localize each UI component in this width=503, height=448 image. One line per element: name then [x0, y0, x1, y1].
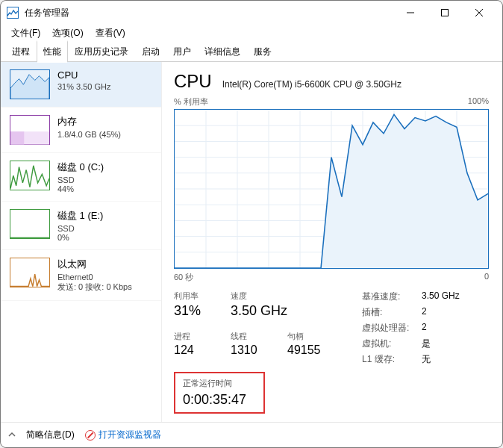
- disk0-thumb-icon: [10, 161, 50, 190]
- sidebar-item-ethernet[interactable]: 以太网 Ethernet0 发送: 0 接收: 0 Kbps: [1, 250, 161, 301]
- menu-view[interactable]: 查看(V): [91, 25, 130, 41]
- tab-processes[interactable]: 进程: [5, 41, 37, 62]
- sidebar-disk0-pct: 44%: [57, 184, 104, 193]
- chart-xmin: 0: [484, 272, 489, 283]
- brief-info-link[interactable]: 简略信息(D): [26, 429, 75, 441]
- main-title: CPU: [174, 71, 212, 92]
- main-subtitle: Intel(R) Core(TM) i5-6600K CPU @ 3.50GHz: [222, 79, 402, 90]
- stat-threads: 线程 1310: [231, 331, 287, 361]
- stats-right: 基准速度:3.50 GHz 插槽:2 虚拟处理器:2 虚拟机:是 L1 缓存:无: [362, 290, 474, 369]
- maximize-button[interactable]: [428, 1, 462, 25]
- menubar: 文件(F) 选项(O) 查看(V): [1, 25, 502, 41]
- stat-speed: 速度 3.50 GHz: [231, 290, 343, 323]
- sidebar-mem-name: 内存: [57, 115, 121, 128]
- sidebar-item-cpu[interactable]: CPU 31% 3.50 GHz: [1, 62, 161, 108]
- sidebar-disk1-type: SSD: [57, 224, 103, 233]
- tab-details[interactable]: 详细信息: [198, 41, 247, 62]
- tab-performance[interactable]: 性能: [37, 40, 68, 62]
- close-button[interactable]: [462, 1, 496, 25]
- uptime-box: 正常运行时间 0:00:35:47: [174, 372, 265, 414]
- minimize-button[interactable]: [393, 1, 428, 25]
- menu-options[interactable]: 选项(O): [48, 25, 87, 41]
- stats-row: 利用率 31% 速度 3.50 GHz 进程 124 线程 1310: [174, 290, 489, 369]
- main-panel: CPU Intel(R) Core(TM) i5-6600K CPU @ 3.5…: [162, 62, 502, 422]
- sidebar-item-memory[interactable]: 内存 1.8/4.0 GB (45%): [1, 108, 161, 153]
- chart-xlabel: 60 秒: [174, 272, 193, 283]
- stat-handles: 句柄 49155: [287, 331, 344, 361]
- tabbar: 进程 性能 应用历史记录 启动 用户 详细信息 服务: [1, 41, 502, 62]
- tab-apphistory[interactable]: 应用历史记录: [68, 41, 135, 62]
- disk1-thumb-icon: [10, 209, 50, 239]
- window-controls: [393, 1, 496, 25]
- task-manager-window: 任务管理器 文件(F) 选项(O) 查看(V) 进程 性能 应用历史记录 启动 …: [0, 0, 503, 448]
- chevron-up-icon[interactable]: [8, 430, 16, 441]
- performance-sidebar: CPU 31% 3.50 GHz 内存 1.8/4.0 GB (45%) 磁: [1, 62, 162, 422]
- sidebar-item-disk0[interactable]: 磁盘 0 (C:) SSD 44%: [1, 153, 161, 202]
- chart-ylabel: % 利用率: [174, 96, 208, 108]
- sidebar-disk1-name: 磁盘 1 (E:): [57, 209, 103, 223]
- sidebar-disk0-name: 磁盘 0 (C:): [57, 161, 104, 174]
- sidebar-disk0-type: SSD: [57, 175, 104, 184]
- resource-monitor-icon: [85, 430, 96, 441]
- sidebar-eth-name: 以太网: [57, 258, 132, 271]
- cpu-thumb-icon: [10, 69, 50, 99]
- memory-thumb-icon: [10, 115, 50, 145]
- ethernet-thumb-icon: [10, 258, 50, 287]
- sidebar-eth-rate: 发送: 0 接收: 0 Kbps: [57, 281, 132, 293]
- sidebar-mem-detail: 1.8/4.0 GB (45%): [57, 130, 121, 139]
- cpu-utilization-chart[interactable]: [174, 109, 489, 269]
- tab-services[interactable]: 服务: [247, 41, 278, 62]
- app-icon: [7, 7, 19, 19]
- sidebar-cpu-detail: 31% 3.50 GHz: [57, 82, 111, 91]
- menu-file[interactable]: 文件(F): [7, 25, 45, 41]
- chart-ymax: 100%: [468, 96, 489, 108]
- footer: 简略信息(D) 打开资源监视器: [1, 422, 502, 447]
- content: CPU 31% 3.50 GHz 内存 1.8/4.0 GB (45%) 磁: [1, 62, 502, 422]
- stats-left: 利用率 31% 速度 3.50 GHz 进程 124 线程 1310: [174, 290, 347, 369]
- uptime-label: 正常运行时间: [183, 378, 256, 389]
- svg-rect-2: [442, 10, 449, 16]
- titlebar[interactable]: 任务管理器: [1, 1, 502, 25]
- tab-users[interactable]: 用户: [166, 41, 198, 62]
- window-title: 任务管理器: [25, 7, 69, 19]
- uptime-value: 0:00:35:47: [183, 392, 256, 408]
- chart-bottom-labels: 60 秒 0: [174, 272, 489, 283]
- open-resource-monitor-link[interactable]: 打开资源监视器: [85, 429, 161, 441]
- chart-top-labels: % 利用率 100%: [174, 96, 489, 108]
- svg-marker-5: [10, 75, 49, 99]
- sidebar-eth-if: Ethernet0: [57, 273, 132, 281]
- main-header: CPU Intel(R) Core(TM) i5-6600K CPU @ 3.5…: [174, 71, 489, 92]
- stat-processes: 进程 124: [174, 331, 231, 361]
- tab-startup[interactable]: 启动: [135, 41, 166, 62]
- stat-utilization: 利用率 31%: [174, 290, 231, 323]
- svg-rect-7: [10, 131, 24, 144]
- sidebar-disk1-pct: 0%: [57, 233, 103, 242]
- sidebar-item-disk1[interactable]: 磁盘 1 (E:) SSD 0%: [1, 202, 161, 250]
- sidebar-cpu-name: CPU: [57, 69, 111, 81]
